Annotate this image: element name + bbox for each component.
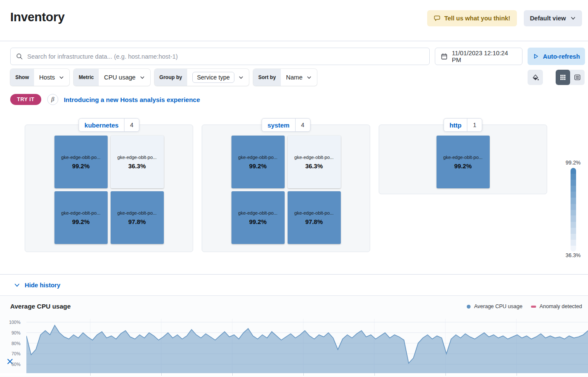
history-toggle[interactable]: Hide history [0, 274, 588, 295]
group-panel-http: http1gke-edge-oblt-po...99.2% [379, 125, 547, 194]
host-metric-value: 99.2% [454, 163, 471, 170]
view-mode-switch [556, 70, 585, 85]
table-view-button[interactable] [570, 70, 585, 85]
host-tile[interactable]: gke-edge-oblt-po...36.3% [111, 136, 164, 188]
group-label-system[interactable]: system4 [262, 118, 311, 132]
host-tile[interactable]: gke-edge-oblt-po...97.8% [111, 191, 164, 244]
beta-icon: β [47, 94, 58, 105]
chevron-down-icon [140, 75, 145, 80]
host-tile[interactable]: gke-edge-oblt-po...99.2% [231, 136, 285, 188]
sort-by-filter[interactable]: Sort by Name [253, 69, 317, 86]
x-axis-tick [232, 373, 233, 376]
search-input[interactable] [27, 53, 424, 60]
group-count: 4 [295, 119, 310, 131]
host-tile[interactable]: gke-edge-oblt-po...99.2% [437, 136, 490, 188]
query-toolbar: 11/01/2023 12:10:24 PM Auto-refresh [10, 48, 585, 65]
host-metric-value: 36.3% [128, 163, 146, 170]
metric-filter-label: Metric [74, 69, 99, 86]
header-actions: Tell us what you think! Default view [427, 10, 582, 26]
auto-refresh-label: Auto-refresh [543, 53, 580, 60]
group-label-kubernetes[interactable]: kubernetes4 [79, 118, 140, 132]
x-axis-tick [374, 373, 375, 376]
host-name: gke-edge-oblt-po... [117, 155, 157, 160]
paint-bucket-icon [532, 74, 539, 81]
legend-item-anomaly[interactable]: Anomaly detected [531, 303, 582, 309]
page-header: Inventory Tell us what you think! Defaul… [0, 0, 588, 41]
host-metric-value: 99.2% [72, 163, 89, 170]
group-name: kubernetes [79, 119, 124, 131]
host-metric-value: 97.8% [305, 218, 323, 225]
host-tile[interactable]: gke-edge-oblt-po...36.3% [288, 136, 341, 188]
filter-row: Show Hosts Metric CPU usage Group by Ser… [10, 69, 585, 86]
color-palette-button[interactable] [528, 70, 543, 85]
color-gradient-legend [571, 168, 576, 252]
tiles-grid: gke-edge-oblt-po...99.2%gke-edge-oblt-po… [54, 136, 164, 244]
chevron-down-icon [14, 282, 20, 289]
host-name: gke-edge-oblt-po... [443, 155, 482, 160]
group-by-filter-value[interactable]: Service type [192, 72, 234, 83]
page-title: Inventory [10, 10, 65, 24]
search-icon [16, 53, 23, 60]
group-name: system [262, 119, 295, 131]
host-name: gke-edge-oblt-po... [117, 210, 157, 215]
legend-anomaly-label: Anomaly detected [539, 303, 582, 309]
legend-min-value: 36.3% [565, 252, 580, 258]
speech-bubble-icon [434, 15, 441, 22]
group-label-http[interactable]: http1 [443, 118, 482, 132]
x-axis-tick [303, 373, 304, 376]
list-icon [574, 74, 581, 81]
legend-dot-icon [467, 305, 471, 309]
y-axis-label: 100% [0, 320, 20, 325]
x-axis-tick [517, 373, 517, 376]
host-metric-value: 99.2% [249, 163, 266, 170]
sort-by-filter-label: Sort by [253, 69, 281, 86]
waffle-view-button[interactable] [556, 70, 570, 85]
feedback-button[interactable]: Tell us what you think! [427, 10, 517, 26]
host-metric-value: 36.3% [305, 163, 323, 170]
group-panel-kubernetes: kubernetes4gke-edge-oblt-po...99.2%gke-e… [25, 125, 193, 252]
y-axis-label: 90% [0, 330, 20, 335]
x-axis-tick [161, 373, 162, 376]
host-metric-value: 97.8% [128, 218, 146, 225]
chevron-down-icon [59, 75, 64, 80]
legend-avg-label: Average CPU usage [474, 303, 522, 309]
y-axis-label: 70% [0, 351, 20, 356]
host-name: gke-edge-oblt-po... [238, 210, 277, 215]
auto-refresh-button[interactable]: Auto-refresh [528, 48, 585, 65]
host-metric-value: 99.2% [72, 218, 89, 225]
y-axis-label: 80% [0, 341, 20, 346]
tiles-grid: gke-edge-oblt-po...99.2%gke-edge-oblt-po… [231, 136, 341, 244]
chevron-down-icon [570, 15, 576, 21]
host-tile[interactable]: gke-edge-oblt-po...99.2% [54, 191, 108, 244]
host-name: gke-edge-oblt-po... [61, 155, 100, 160]
grid-icon [559, 74, 566, 81]
host-name: gke-edge-oblt-po... [238, 155, 277, 160]
date-picker-value: 11/01/2023 12:10:24 PM [452, 50, 517, 63]
group-count: 1 [468, 119, 482, 131]
host-tile[interactable]: gke-edge-oblt-po...99.2% [231, 191, 285, 244]
host-tile[interactable]: gke-edge-oblt-po...97.8% [288, 191, 341, 244]
tiles-grid: gke-edge-oblt-po...99.2% [437, 136, 490, 188]
search-box [10, 48, 430, 65]
beta-banner: TRY IT β Introducing a new Hosts analysi… [10, 94, 578, 105]
show-filter-label: Show [10, 69, 34, 86]
cpu-history-chart[interactable]: 100%90%80%70%60% [0, 319, 588, 373]
history-chart-section: Average CPU usage Average CPU usage Anom… [0, 295, 588, 377]
legend-item-avg[interactable]: Average CPU usage [467, 303, 522, 309]
host-name: gke-edge-oblt-po... [294, 210, 334, 215]
show-filter[interactable]: Show Hosts [10, 69, 69, 86]
area-chart-canvas[interactable] [26, 319, 588, 373]
host-tile[interactable]: gke-edge-oblt-po...99.2% [54, 136, 108, 188]
host-name: gke-edge-oblt-po... [61, 210, 100, 215]
x-axis-tick [90, 373, 91, 376]
host-name: gke-edge-oblt-po... [294, 155, 334, 160]
feedback-label: Tell us what you think! [444, 15, 510, 22]
metric-filter[interactable]: Metric CPU usage [74, 69, 150, 86]
hosts-analysis-link[interactable]: Introducing a new Hosts analysis experie… [64, 96, 200, 103]
date-picker[interactable]: 11/01/2023 12:10:24 PM [435, 48, 522, 65]
view-selector-button[interactable]: Default view [524, 10, 582, 26]
show-filter-value: Hosts [39, 74, 55, 81]
group-by-filter[interactable]: Group by Service type [154, 69, 249, 86]
legend-bar-icon [531, 306, 536, 308]
try-it-badge[interactable]: TRY IT [10, 94, 41, 105]
